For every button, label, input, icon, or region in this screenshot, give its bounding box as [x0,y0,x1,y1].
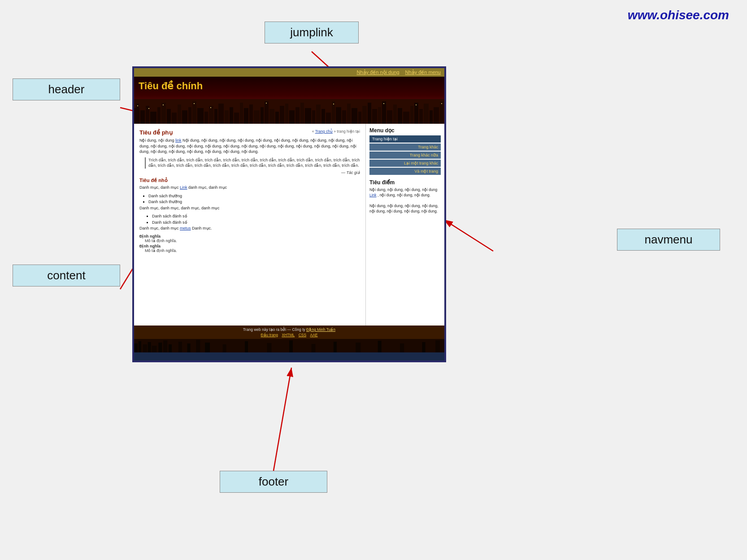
svg-rect-67 [440,101,443,124]
jumplink-bar: Nhảy đến nội dung Nhảy đến menu [134,68,444,77]
svg-rect-19 [192,101,196,124]
svg-rect-23 [214,109,217,124]
label-footer: footer [220,471,327,493]
svg-rect-37 [285,104,288,124]
svg-rect-13 [161,103,166,124]
breadcrumb-link[interactable]: Trang chủ [315,129,333,134]
nav-item-current[interactable]: Trang hiện tại [369,135,441,143]
author-line: — Tác giả [139,170,360,175]
svg-rect-102 [435,340,440,352]
dd-2: Mô tả định nghĩa. [145,248,360,253]
svg-rect-41 [305,108,311,124]
svg-rect-70 [148,108,149,109]
svg-rect-91 [205,343,210,352]
svg-rect-98 [356,343,360,352]
svg-rect-51 [358,112,361,124]
svg-rect-94 [267,343,272,352]
svg-rect-77 [416,104,417,105]
svg-rect-93 [245,341,248,352]
footer-link-css[interactable]: CSS [299,333,306,337]
metus-link[interactable]: metus [180,226,191,230]
nav-item-1[interactable]: Trang khác [369,143,441,151]
svg-rect-90 [196,340,200,352]
footer-link-top[interactable]: Đầu trang [261,333,278,337]
svg-rect-89 [187,343,191,352]
ordered-item: Danh sách đánh số [152,220,360,226]
svg-rect-92 [223,344,226,352]
dl-intro: Danh mục, danh mục metus Danh mục. [139,226,360,231]
svg-rect-30 [249,104,253,124]
svg-rect-85 [158,343,162,352]
svg-rect-76 [383,103,384,104]
jumplink-to-content[interactable]: Nhảy đến nội dung [357,69,400,75]
footer-city-svg [134,339,444,352]
svg-rect-72 [194,103,195,104]
svg-rect-43 [316,104,321,124]
svg-rect-64 [424,104,429,124]
svg-rect-66 [434,107,439,124]
dd-1: Mô tả định nghĩa. [145,239,360,243]
svg-rect-35 [275,112,279,124]
footer-link-aae[interactable]: AAE [310,333,318,337]
content-link[interactable]: link [175,138,182,143]
svg-rect-26 [230,107,233,124]
svg-rect-56 [382,101,386,124]
svg-rect-16 [178,104,181,124]
svg-rect-88 [178,342,182,352]
svg-rect-44 [321,109,325,124]
ordered-item: Danh sách đánh số [152,213,360,220]
svg-rect-96 [311,344,315,352]
svg-rect-17 [182,110,187,124]
svg-rect-38 [289,110,295,124]
svg-rect-62 [414,103,418,124]
site-content: Tiêu đề phụ « Trang chủ » trang hiện tại… [134,124,366,326]
ordered-list: Danh sách đánh số Danh sách đánh số [147,213,360,226]
svg-rect-55 [378,107,381,124]
svg-rect-87 [169,344,172,352]
focus-link[interactable]: Link [369,193,377,197]
svg-rect-69 [137,105,138,106]
nav-item-2[interactable]: Trang khác nữa [369,152,441,159]
site-main: Tiêu đề phụ « Trang chủ » trang hiện tại… [134,124,444,326]
svg-rect-45 [326,113,331,124]
content-after-list: Danh mục, danh mục, danh mục, danh mục [139,205,360,211]
footer-link-xhtml[interactable]: XHTML [282,333,295,337]
site-header: Tiêu đề chính [134,77,444,124]
svg-rect-32 [261,107,264,124]
svg-rect-47 [336,107,341,124]
svg-line-4 [274,368,291,471]
svg-rect-20 [197,108,204,124]
city-silhouette [134,99,444,124]
svg-rect-39 [295,107,300,124]
svg-rect-81 [139,341,141,352]
jumplink-to-menu[interactable]: Nhảy đến menu [405,69,441,75]
dt-1: Định nghĩa [139,234,360,239]
svg-rect-78 [441,103,442,104]
svg-rect-48 [342,110,346,124]
nav-item-4[interactable]: Và một trang [369,168,441,175]
svg-rect-28 [240,103,243,124]
bullet-list: Danh sách thường Danh sách thường [143,193,360,205]
dt-2: Định nghĩa [139,244,360,248]
svg-rect-50 [352,108,357,124]
focus-text: Nội dung, nội dung, nội dung, nội dung L… [369,187,441,214]
label-jumplink: jumplink [265,22,359,43]
svg-rect-24 [218,104,224,124]
content-body: Nội dung, nội dung link Nội dung, nội du… [139,138,360,155]
list-link[interactable]: Link [180,185,187,190]
footer-company-link[interactable]: Đặng Minh Tuấn [306,327,335,332]
svg-rect-65 [430,110,433,124]
svg-rect-31 [254,110,260,124]
nav-section-title: Menu dọc [369,127,441,134]
main-title: Tiêu đề chính [134,77,444,93]
footer-text: Trang web này tạo ra bởi — Công ty Đặng … [138,327,441,332]
svg-rect-15 [172,113,177,124]
site-footer: Trang web này tạo ra bởi — Công ty Đặng … [134,326,444,339]
nav-item-3[interactable]: Lại một trang khác [369,160,441,167]
svg-rect-8 [136,104,139,124]
blockquote: Trích dẫn, trích dẫn, trích dẫn, trích d… [145,157,360,169]
svg-rect-40 [300,103,304,124]
content-list-intro: Danh mục, danh mục Link danh mục, danh m… [139,185,360,191]
svg-rect-60 [403,112,409,124]
svg-rect-100 [400,343,404,352]
